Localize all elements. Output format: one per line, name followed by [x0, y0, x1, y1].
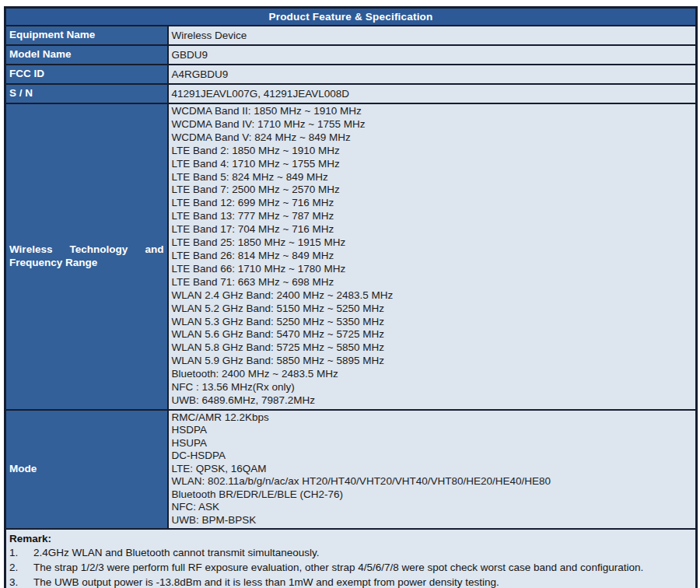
frequency-line: WLAN 5.3 GHz Band: 5250 MHz ~ 5350 MHz	[172, 316, 694, 329]
product-spec-table: Product Feature & Specification Equipmen…	[4, 6, 698, 588]
frequency-line: WLAN 2.4 GHz Band: 2400 MHz ~ 2483.5 MHz	[172, 289, 694, 303]
document-page: Product Feature & Specification Equipmen…	[0, 0, 700, 588]
frequency-line: WLAN 5.6 GHz Band: 5470 MHz ~ 5725 MHz	[172, 328, 694, 341]
remark-item-number: 1.	[9, 546, 33, 561]
mode-line: HSDPA	[172, 424, 694, 437]
frequency-line: LTE Band 5: 824 MHz ~ 849 MHz	[172, 171, 694, 184]
remark-item-text: The strap 1/2/3 were perform full RF exp…	[33, 561, 691, 576]
remark-item-number: 3.	[9, 576, 33, 588]
mode-row-value: RMC/AMR 12.2KbpsHSDPAHSUPADC-HSDPALTE: Q…	[168, 410, 697, 530]
frequency-line: WLAN 5.2 GHz Band: 5150 MHz ~ 5250 MHz	[172, 303, 694, 316]
mode-row-label: Mode	[5, 410, 168, 530]
spec-row-fcc-id: FCC IDA4RGBDU9	[5, 65, 697, 84]
remark-item-number: 2.	[9, 561, 33, 576]
frequency-line: LTE Band 26: 814 MHz ~ 849 MHz	[172, 250, 694, 263]
spec-row-value: Wireless Device	[168, 26, 697, 45]
frequency-line: WLAN 5.8 GHz Band: 5725 MHz ~ 5850 MHz	[172, 341, 694, 355]
frequency-line: LTE Band 25: 1850 MHz ~ 1915 MHz	[172, 236, 694, 250]
spec-row-model-name: Model NameGBDU9	[5, 45, 697, 65]
remark-cell: Remark: 1.2.4GHz WLAN and Bluetooth cann…	[5, 529, 697, 588]
spec-row-value: GBDU9	[168, 45, 697, 65]
mode-line: UWB: BPM-BPSK	[172, 514, 694, 527]
spec-row-label: FCC ID	[5, 65, 168, 84]
frequency-line: NFC : 13.56 MHz(Rx only)	[172, 381, 694, 394]
spec-row-label: Equipment Name	[5, 26, 168, 45]
table-header-row: Product Feature & Specification	[5, 8, 697, 26]
remark-item: 3.The UWB output power is -13.8dBm and i…	[9, 576, 691, 588]
mode-line: HSUPA	[172, 437, 694, 450]
frequency-line: WCDMA Band IV: 1710 MHz ~ 1755 MHz	[172, 118, 694, 131]
frequency-line: UWB: 6489.6MHz, 7987.2MHz	[172, 394, 694, 408]
spec-row-label: S / N	[5, 84, 168, 103]
remark-heading: Remark:	[9, 531, 691, 546]
spec-row-s-n: S / N41291JEAVL007G, 41291JEAVL008D	[5, 84, 697, 103]
frequency-row: Wireless Technology and Frequency Range …	[5, 103, 697, 410]
frequency-line: WCDMA Band II: 1850 MHz ~ 1910 MHz	[172, 105, 694, 118]
frequency-line: LTE Band 12: 699 MHz ~ 716 MHz	[172, 197, 694, 210]
frequency-line: LTE Band 7: 2500 MHz ~ 2570 MHz	[172, 184, 694, 197]
mode-line: WLAN: 802.11a/b/g/n/ac/ax HT20/HT40/VHT2…	[172, 475, 694, 488]
mode-line: DC-HSDPA	[172, 450, 694, 463]
frequency-line: LTE Band 13: 777 MHz ~ 787 MHz	[172, 210, 694, 223]
mode-row: Mode RMC/AMR 12.2KbpsHSDPAHSUPADC-HSDPAL…	[5, 410, 697, 530]
spec-row-value: 41291JEAVL007G, 41291JEAVL008D	[168, 84, 697, 103]
remark-item-text: 2.4GHz WLAN and Bluetooth cannot transmi…	[33, 546, 691, 561]
frequency-line: WLAN 5.9 GHz Band: 5850 MHz ~ 5895 MHz	[172, 355, 694, 368]
spec-row-equipment-name: Equipment NameWireless Device	[5, 26, 697, 45]
frequency-row-label: Wireless Technology and Frequency Range	[5, 103, 168, 410]
frequency-row-value: WCDMA Band II: 1850 MHz ~ 1910 MHzWCDMA …	[168, 103, 697, 410]
frequency-line: LTE Band 2: 1850 MHz ~ 1910 MHz	[172, 145, 694, 158]
remark-item: 1.2.4GHz WLAN and Bluetooth cannot trans…	[9, 546, 691, 561]
frequency-line: WCDMA Band V: 824 MHz ~ 849 MHz	[172, 131, 694, 145]
mode-line: LTE: QPSK, 16QAM	[172, 463, 694, 476]
frequency-line: LTE Band 71: 663 MHz ~ 698 MHz	[172, 276, 694, 289]
frequency-line: LTE Band 17: 704 MHz ~ 716 MHz	[172, 223, 694, 236]
table-title: Product Feature & Specification	[5, 8, 697, 26]
frequency-line: Bluetooth: 2400 MHz ~ 2483.5 MHz	[172, 368, 694, 381]
frequency-line: LTE Band 66: 1710 MHz ~ 1780 MHz	[172, 263, 694, 276]
mode-line: Bluetooth BR/EDR/LE/BLE (CH2-76)	[172, 488, 694, 502]
spec-row-label: Model Name	[5, 45, 168, 65]
remark-item-text: The UWB output power is -13.8dBm and it …	[33, 576, 691, 588]
mode-line: NFC: ASK	[172, 501, 694, 514]
frequency-line: LTE Band 4: 1710 MHz ~ 1755 MHz	[172, 158, 694, 171]
remark-row: Remark: 1.2.4GHz WLAN and Bluetooth cann…	[5, 529, 697, 588]
spec-row-value: A4RGBDU9	[168, 65, 697, 84]
mode-line: RMC/AMR 12.2Kbps	[172, 411, 694, 425]
remark-item: 2.The strap 1/2/3 were perform full RF e…	[9, 561, 691, 576]
